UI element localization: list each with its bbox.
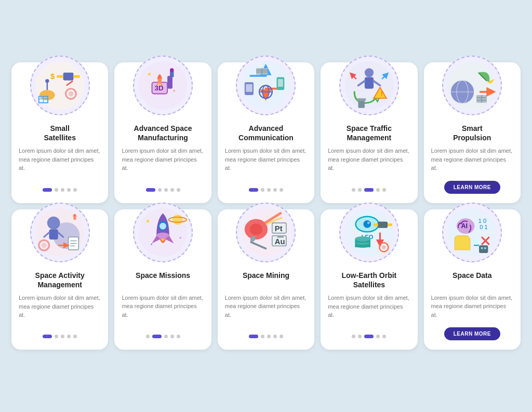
dot-4[interactable]	[177, 335, 180, 338]
dot-4[interactable]	[73, 335, 77, 338]
card-title: Space TrafficManagement	[347, 124, 392, 142]
svg-text:!: !	[381, 91, 383, 98]
dot-0[interactable]	[146, 335, 150, 338]
dot-1[interactable]	[261, 188, 264, 192]
dot-0[interactable]	[249, 188, 258, 192]
svg-rect-104	[481, 247, 483, 249]
svg-point-83	[363, 220, 371, 228]
illustration-circle: Pt Au	[236, 203, 296, 262]
dot-3[interactable]	[273, 335, 277, 338]
learn-more-button[interactable]: LEARN MORE	[444, 181, 500, 194]
card-title: AdvancedCommunication	[238, 124, 294, 142]
dot-1[interactable]	[261, 335, 264, 338]
dot-0[interactable]	[352, 188, 355, 192]
svg-point-66	[159, 222, 167, 230]
svg-rect-103	[479, 245, 488, 253]
card-body: Lorem ipsum dolor sit dim amet, mea regi…	[225, 294, 307, 320]
pagination-dots	[352, 335, 386, 338]
card-body: Lorem ipsum dolor sit dim amet, mea regi…	[122, 294, 204, 320]
card-body: Lorem ipsum dolor sit dim amet, mea regi…	[431, 147, 513, 172]
dot-1[interactable]	[358, 188, 362, 192]
dot-4[interactable]	[280, 335, 283, 338]
svg-text:Au: Au	[275, 237, 285, 246]
dot-3[interactable]	[273, 188, 277, 192]
card-illustration: AI 1 0 0 1	[438, 199, 506, 267]
dot-3[interactable]	[376, 335, 380, 338]
dot-4[interactable]	[280, 188, 283, 192]
dot-2[interactable]	[364, 188, 374, 192]
dot-1[interactable]	[158, 188, 162, 192]
svg-point-35	[365, 69, 374, 77]
card-illustration: Pt Au	[232, 199, 300, 267]
card-body: Lorem ipsum dolor sit dim amet, mea regi…	[122, 147, 204, 172]
card-small-satellites: $ SmallSatellites Lorem ipsum dolor sit …	[11, 62, 108, 203]
dot-0[interactable]	[146, 188, 155, 192]
dot-2[interactable]	[364, 335, 374, 338]
card-body: Lorem ipsum dolor sit dim amet, mea regi…	[225, 147, 307, 172]
illustration-circle: AI 1 0 0 1	[442, 203, 502, 262]
pagination-dots	[249, 188, 283, 192]
dot-2[interactable]	[61, 335, 64, 338]
svg-rect-41	[357, 98, 366, 101]
dot-0[interactable]	[352, 335, 355, 338]
card-title: Space Mining	[243, 271, 289, 289]
svg-rect-6	[73, 75, 79, 78]
card-illustration: $	[26, 52, 94, 119]
svg-rect-88	[388, 223, 392, 226]
dot-2[interactable]	[164, 335, 168, 338]
svg-text:Pt: Pt	[275, 224, 283, 233]
card-title: Low-Earth OrbitSatellites	[342, 271, 397, 289]
dot-2[interactable]	[61, 188, 64, 192]
card-space-data: AI 1 0 0 1 Space Data Lorem ipsum dolor …	[424, 209, 521, 350]
dot-3[interactable]	[170, 335, 174, 338]
svg-text:★: ★	[172, 88, 176, 93]
card-illustration	[438, 52, 506, 119]
dot-4[interactable]	[73, 188, 77, 192]
card-low-earth-orbit-satellites: LEO Low-Earth OrbitSatellites Lorem ipsu…	[321, 209, 417, 350]
card-illustration	[232, 52, 300, 119]
svg-text:$: $	[50, 72, 55, 81]
svg-point-18	[170, 69, 174, 72]
dot-1[interactable]	[358, 335, 362, 338]
illustration-circle	[236, 56, 296, 115]
card-space-missions: ★ ★ ★ Space Missions Lorem ipsum dolor s…	[114, 209, 211, 350]
dot-4[interactable]	[382, 188, 386, 192]
svg-rect-63	[73, 216, 76, 220]
dot-2[interactable]	[267, 335, 271, 338]
dot-3[interactable]	[67, 335, 71, 338]
svg-point-95	[382, 245, 385, 249]
card-title: SmartPropulsion	[453, 124, 491, 142]
card-illustration: !	[335, 52, 403, 119]
card-title: Space Data	[453, 271, 491, 289]
dot-2[interactable]	[267, 188, 271, 192]
dot-4[interactable]	[382, 335, 386, 338]
learn-more-button[interactable]: LEARN MORE	[444, 327, 500, 340]
dot-4[interactable]	[177, 188, 180, 192]
dot-2[interactable]	[164, 188, 168, 192]
dot-1[interactable]	[55, 335, 58, 338]
svg-text:★: ★	[145, 218, 150, 224]
illustration-circle	[442, 56, 502, 115]
card-title: Advanced SpaceManufacturing	[134, 124, 192, 142]
card-body: Lorem ipsum dolor sit dim amet, mea regi…	[19, 294, 101, 320]
card-illustration	[26, 199, 94, 267]
svg-point-81	[345, 208, 394, 257]
pagination-dots	[146, 335, 180, 338]
dot-1[interactable]	[152, 335, 162, 338]
svg-point-62	[41, 243, 46, 248]
illustration-circle: LEO	[339, 203, 399, 262]
dot-3[interactable]	[67, 188, 71, 192]
card-advanced-space-manufacturing: 3D ★ ★ Advanced SpaceManufacturing Lorem…	[114, 62, 211, 203]
dot-3[interactable]	[376, 188, 380, 192]
dot-0[interactable]	[249, 335, 258, 338]
card-body: Lorem ipsum dolor sit dim amet, mea regi…	[328, 294, 410, 320]
svg-rect-19	[158, 78, 162, 84]
dot-1[interactable]	[55, 188, 58, 192]
dot-0[interactable]	[43, 188, 52, 192]
dot-0[interactable]	[43, 335, 52, 338]
card-grid: $ SmallSatellites Lorem ipsum dolor sit …	[11, 62, 521, 350]
card-space-activity-management: Space ActivityManagement Lorem ipsum dol…	[11, 209, 108, 350]
svg-rect-16	[167, 76, 172, 89]
pagination-dots	[352, 188, 386, 192]
dot-3[interactable]	[170, 188, 174, 192]
